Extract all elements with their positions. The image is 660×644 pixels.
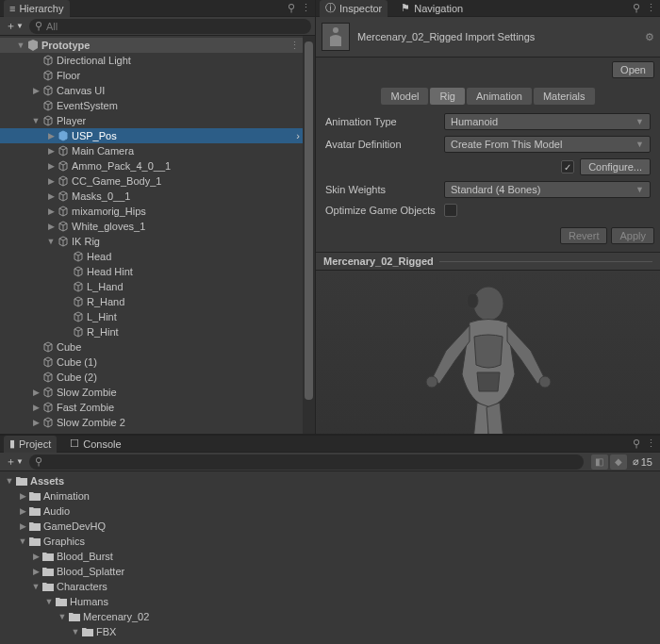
hierarchy-item[interactable]: Head xyxy=(0,249,315,264)
hierarchy-item[interactable]: CC_Game_Body_1 xyxy=(0,173,315,189)
lock-icon[interactable]: ⚲ xyxy=(633,438,640,450)
tab-materials[interactable]: Materials xyxy=(534,88,595,105)
menu-icon[interactable]: ⋮ xyxy=(646,2,656,14)
hierarchy-item[interactable]: Cube (2) xyxy=(0,370,315,385)
hidden-count[interactable]: ⌀15 xyxy=(629,454,656,470)
hierarchy-item[interactable]: Cube (1) xyxy=(0,355,315,370)
tab-project[interactable]: ▮Project xyxy=(4,436,57,453)
hierarchy-item[interactable]: Fast Zombie xyxy=(0,400,315,415)
foldout-icon[interactable] xyxy=(17,506,28,516)
hierarchy-item[interactable]: EventSystem xyxy=(0,98,315,113)
hierarchy-item[interactable]: L_Hand xyxy=(0,279,315,294)
tab-animation[interactable]: Animation xyxy=(467,88,532,105)
hierarchy-item[interactable]: Floor xyxy=(0,68,315,83)
hierarchy-item[interactable]: R_Hint xyxy=(0,324,315,339)
foldout-icon[interactable] xyxy=(30,567,41,576)
folder-row[interactable]: Animation xyxy=(0,488,660,504)
foldout-icon[interactable] xyxy=(17,491,28,501)
foldout-icon[interactable] xyxy=(45,237,57,246)
foldout-icon[interactable] xyxy=(17,537,28,546)
project-search-input[interactable] xyxy=(46,456,578,468)
menu-icon[interactable]: ⋮ xyxy=(646,438,656,450)
foldout-icon[interactable] xyxy=(45,222,57,231)
foldout-icon[interactable] xyxy=(45,146,57,156)
foldout-icon[interactable] xyxy=(4,476,15,486)
folder-row[interactable]: Mercenary_02 xyxy=(0,609,660,624)
folder-row[interactable]: Graphics xyxy=(0,534,660,549)
open-button[interactable]: Open xyxy=(612,61,654,78)
create-button[interactable]: ＋ ▼ xyxy=(4,19,25,33)
hierarchy-item[interactable]: Slow Zombie 2 xyxy=(0,415,315,430)
foldout-icon[interactable] xyxy=(30,86,41,95)
settings-icon[interactable]: ⚙ xyxy=(645,31,654,43)
foldout-icon[interactable] xyxy=(70,627,81,636)
lock-icon[interactable]: ⚲ xyxy=(633,2,640,14)
folder-row[interactable]: Blood_Burst xyxy=(0,549,660,564)
foldout-icon[interactable] xyxy=(30,403,41,412)
hierarchy-item[interactable]: Directional Light xyxy=(0,53,315,68)
hierarchy-item[interactable]: IK Rig xyxy=(0,234,315,249)
tab-model[interactable]: Model xyxy=(381,88,428,105)
tab-console[interactable]: ☐Console xyxy=(64,436,126,453)
menu-icon[interactable]: ⋮ xyxy=(301,2,311,14)
filter-label-icon[interactable]: ◆ xyxy=(610,454,627,470)
folder-row[interactable]: Blood_Splatter xyxy=(0,564,660,579)
folder-row[interactable]: Audio xyxy=(0,504,660,519)
tab-inspector[interactable]: ⓘInspector xyxy=(320,0,388,17)
foldout-icon[interactable] xyxy=(45,176,57,186)
revert-button[interactable]: Revert xyxy=(560,227,607,244)
foldout-icon[interactable] xyxy=(45,161,57,171)
create-button[interactable]: ＋ ▼ xyxy=(4,454,25,469)
foldout-icon[interactable] xyxy=(30,418,41,427)
folder-row[interactable]: FBX xyxy=(0,624,660,639)
foldout-icon[interactable] xyxy=(30,388,41,397)
tab-navigation[interactable]: ⚑Navigation xyxy=(395,0,469,17)
hierarchy-item[interactable]: Main Camera xyxy=(0,143,315,158)
hierarchy-item[interactable]: USP_Pos› xyxy=(0,128,315,143)
hierarchy-item[interactable]: Masks_0__1 xyxy=(0,189,315,204)
project-tree[interactable]: Assets AnimationAudioGameDevHQGraphicsBl… xyxy=(0,471,660,641)
dropdown-avatar[interactable]: Create From This Model▼ xyxy=(444,136,651,153)
scene-menu-icon[interactable]: ⋮ xyxy=(289,40,300,52)
folder-row[interactable]: GameDevHQ xyxy=(0,519,660,534)
hierarchy-item[interactable]: Head Hint xyxy=(0,264,315,279)
foldout-icon[interactable] xyxy=(45,206,57,216)
tab-hierarchy[interactable]: ≡ Hierarchy xyxy=(4,0,70,17)
dropdown-skin[interactable]: Standard (4 Bones)▼ xyxy=(444,181,651,198)
foldout-icon[interactable] xyxy=(15,41,26,50)
hierarchy-item[interactable]: mixamorig_Hips xyxy=(0,204,315,219)
hierarchy-item[interactable]: L_Hint xyxy=(0,309,315,324)
tab-rig[interactable]: Rig xyxy=(430,88,465,105)
foldout-icon[interactable] xyxy=(57,612,68,621)
checkbox-avatar-ok[interactable]: ✓ xyxy=(561,160,574,173)
folder-row[interactable]: Characters xyxy=(0,579,660,594)
foldout-icon[interactable] xyxy=(30,582,41,591)
hierarchy-tree[interactable]: Prototype ⋮ Directional LightFloorCanvas… xyxy=(0,36,315,432)
foldout-icon[interactable] xyxy=(45,131,57,140)
folder-row[interactable]: Humans xyxy=(0,594,660,609)
hierarchy-item[interactable]: Slow Zombie xyxy=(0,385,315,400)
dropdown-anim-type[interactable]: Humanoid▼ xyxy=(444,113,651,130)
foldout-icon[interactable] xyxy=(17,521,28,531)
scrollbar[interactable] xyxy=(303,36,315,434)
foldout-icon[interactable] xyxy=(45,191,57,201)
hierarchy-item[interactable]: White_gloves_1 xyxy=(0,219,315,234)
hierarchy-item[interactable]: R_Hand xyxy=(0,294,315,309)
project-search[interactable]: ⚲ xyxy=(29,454,584,470)
hierarchy-item[interactable]: Ammo_Pack_4_0__1 xyxy=(0,158,315,173)
search-input-wrap[interactable]: ⚲ xyxy=(29,19,311,34)
scroll-thumb[interactable] xyxy=(305,41,313,400)
foldout-icon[interactable] xyxy=(43,597,55,606)
lock-icon[interactable]: ⚲ xyxy=(288,2,295,14)
search-input[interactable] xyxy=(46,21,305,32)
configure-button[interactable]: Configure... xyxy=(580,158,651,175)
foldout-icon[interactable] xyxy=(30,552,41,561)
foldout-icon[interactable] xyxy=(30,116,41,125)
hierarchy-item[interactable]: Canvas UI xyxy=(0,83,315,98)
folder-row[interactable]: Assets xyxy=(0,473,660,488)
hierarchy-item[interactable]: Player xyxy=(0,113,315,128)
filter-type-icon[interactable]: ◧ xyxy=(591,454,608,470)
hierarchy-item[interactable]: Cube xyxy=(0,339,315,355)
apply-button[interactable]: Apply xyxy=(611,227,654,244)
checkbox-optimize[interactable] xyxy=(444,204,457,217)
